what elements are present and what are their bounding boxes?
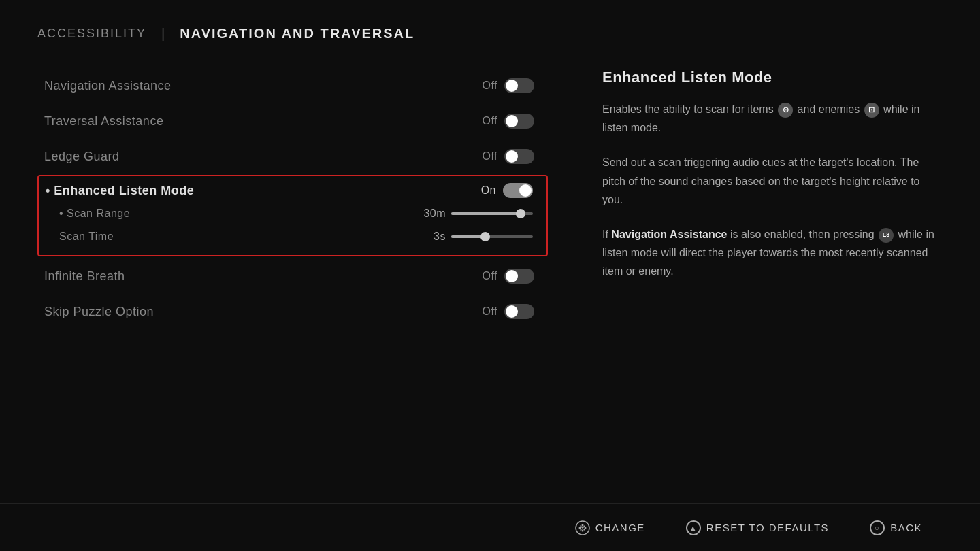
- scan-time-label: Scan Time: [52, 231, 114, 243]
- r-button-icon-1: ⊙: [778, 103, 793, 118]
- ledge-guard-value-group: Off: [482, 149, 534, 164]
- scan-range-fill: [451, 212, 521, 215]
- detail-p3-mid: is also enabled, then pressing: [730, 229, 877, 240]
- svg-point-3: [581, 524, 583, 526]
- detail-p1-mid: and enemies: [798, 103, 863, 115]
- svg-point-1: [578, 527, 581, 529]
- setting-row-enhanced-listen-mode[interactable]: Enhanced Listen Mode On Scan Range 30m: [37, 175, 548, 256]
- sub-settings: Scan Range 30m Scan Time 3s: [46, 198, 533, 248]
- infinite-breath-value: Off: [482, 270, 497, 282]
- skip-puzzle-option-value-group: Off: [482, 304, 534, 319]
- back-label: BACK: [890, 522, 922, 533]
- enhanced-listen-mode-main-row: Enhanced Listen Mode On: [46, 183, 533, 198]
- infinite-breath-toggle[interactable]: [504, 269, 534, 284]
- traversal-assistance-value: Off: [482, 115, 497, 127]
- infinite-breath-knob: [506, 270, 518, 282]
- header-divider: |: [161, 26, 165, 41]
- skip-puzzle-option-value: Off: [482, 305, 497, 318]
- reset-icon: ▲: [686, 520, 701, 535]
- change-button[interactable]: CHANGE: [555, 520, 666, 535]
- nav-assistance-toggle[interactable]: [504, 78, 534, 93]
- svg-point-4: [581, 529, 583, 531]
- enhanced-listen-mode-knob: [519, 184, 532, 197]
- back-button[interactable]: ○ BACK: [849, 520, 943, 535]
- change-icon: [575, 520, 590, 535]
- main-content: Navigation Assistance Off Traversal Assi…: [0, 62, 980, 484]
- nav-title: NAVIGATION AND TRAVERSAL: [180, 26, 414, 41]
- ledge-guard-value: Off: [482, 150, 497, 163]
- scan-range-track[interactable]: [451, 212, 533, 215]
- nav-assistance-value: Off: [482, 80, 497, 92]
- header: ACCESSIBILITY | NAVIGATION AND TRAVERSAL: [0, 0, 980, 62]
- ledge-guard-toggle[interactable]: [504, 149, 534, 164]
- skip-puzzle-option-label: Skip Puzzle Option: [44, 305, 154, 319]
- nav-assistance-value-group: Off: [482, 78, 534, 93]
- right-panel: Enhanced Listen Mode Enables the ability…: [548, 62, 980, 484]
- scan-time-thumb: [480, 232, 490, 241]
- detail-paragraph1: Enables the ability to scan for items ⊙ …: [602, 100, 939, 137]
- enhanced-listen-mode-value-group: On: [481, 183, 533, 198]
- nav-assistance-highlight: Navigation Assistance: [611, 229, 727, 240]
- scan-range-label: Scan Range: [52, 207, 130, 220]
- detail-title: Enhanced Listen Mode: [602, 69, 939, 86]
- traversal-assistance-value-group: Off: [482, 114, 534, 129]
- traversal-assistance-label: Traversal Assistance: [44, 114, 163, 129]
- setting-row-skip-puzzle-option[interactable]: Skip Puzzle Option Off: [37, 295, 548, 329]
- reset-button[interactable]: ▲ RESET TO DEFAULTS: [666, 520, 849, 535]
- nav-assistance-knob: [506, 80, 518, 92]
- scan-time-row[interactable]: Scan Time 3s: [46, 225, 533, 248]
- ledge-guard-knob: [506, 150, 518, 163]
- scan-range-row[interactable]: Scan Range 30m: [46, 202, 533, 225]
- detail-paragraph2: Send out a scan triggering audio cues at…: [602, 153, 939, 209]
- infinite-breath-label: Infinite Breath: [44, 269, 125, 284]
- scan-time-value: 3s: [422, 231, 446, 243]
- scan-range-value: 30m: [422, 207, 446, 220]
- left-panel: Navigation Assistance Off Traversal Assi…: [37, 62, 548, 484]
- scan-time-track[interactable]: [451, 235, 533, 238]
- enhanced-listen-mode-value: On: [481, 184, 496, 197]
- detail-p1-pre: Enables the ability to scan for items: [602, 103, 774, 115]
- bottom-bar: CHANGE ▲ RESET TO DEFAULTS ○ BACK: [0, 503, 980, 551]
- detail-paragraph3: If Navigation Assistance is also enabled…: [602, 225, 939, 281]
- scan-time-slider-container: 3s: [422, 231, 533, 243]
- traversal-assistance-knob: [506, 115, 518, 127]
- skip-puzzle-option-toggle[interactable]: [504, 304, 534, 319]
- skip-puzzle-option-knob: [506, 305, 518, 318]
- l3-button-icon: L3: [879, 228, 894, 243]
- r-button-icon-2: ⊡: [864, 103, 879, 118]
- scan-range-thumb: [516, 209, 525, 218]
- change-label: CHANGE: [595, 522, 645, 533]
- setting-row-infinite-breath[interactable]: Infinite Breath Off: [37, 259, 548, 293]
- infinite-breath-value-group: Off: [482, 269, 534, 284]
- back-icon: ○: [870, 520, 885, 535]
- enhanced-listen-mode-toggle[interactable]: [503, 183, 533, 198]
- setting-row-ledge-guard[interactable]: Ledge Guard Off: [37, 139, 548, 173]
- svg-point-2: [584, 527, 586, 529]
- nav-assistance-label: Navigation Assistance: [44, 79, 172, 93]
- reset-label: RESET TO DEFAULTS: [706, 522, 829, 533]
- detail-p3-pre: If: [602, 229, 608, 240]
- setting-row-traversal-assistance[interactable]: Traversal Assistance Off: [37, 104, 548, 138]
- scan-range-slider-container: 30m: [422, 207, 533, 220]
- traversal-assistance-toggle[interactable]: [504, 114, 534, 129]
- setting-row-navigation-assistance[interactable]: Navigation Assistance Off: [37, 69, 548, 103]
- ledge-guard-label: Ledge Guard: [44, 150, 120, 164]
- enhanced-listen-mode-label: Enhanced Listen Mode: [46, 184, 194, 198]
- accessibility-label: ACCESSIBILITY: [37, 27, 146, 41]
